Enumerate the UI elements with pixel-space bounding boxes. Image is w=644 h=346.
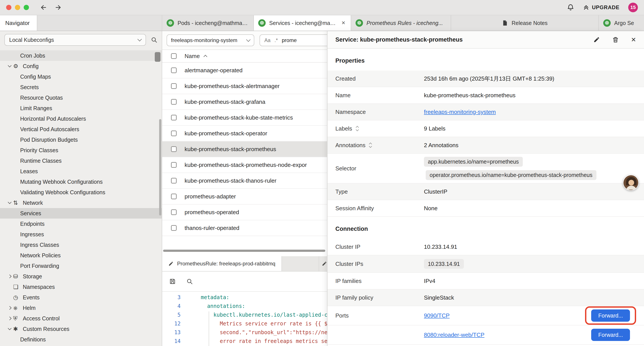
tree-item[interactable]: Endpoints xyxy=(0,219,162,229)
regex-toggle[interactable]: .* xyxy=(274,37,278,43)
match-case-toggle[interactable]: Aa xyxy=(264,37,270,43)
save-icon[interactable] xyxy=(169,278,176,285)
notification-count-badge[interactable]: 15 xyxy=(628,3,638,12)
expand-toggle-icon[interactable] xyxy=(369,143,372,147)
tree-item[interactable]: Validating Webhook Configurations xyxy=(0,187,162,198)
tree-item[interactable]: ⇅ Network xyxy=(0,198,162,208)
service-row[interactable]: prometheus-adapter xyxy=(162,189,327,205)
tree-item[interactable]: Limit Ranges xyxy=(0,103,162,113)
tree-item[interactable]: Pod Disruption Budgets xyxy=(0,134,162,145)
filter-search-input[interactable]: Aa .* prome xyxy=(260,34,327,46)
tree-item[interactable]: ⛨ Access Control xyxy=(0,313,162,324)
zoom-window-button[interactable] xyxy=(24,5,29,10)
search-icon[interactable] xyxy=(151,36,158,43)
navigator-panel-tab[interactable]: Navigator xyxy=(0,15,37,31)
tab-services[interactable]: Services - icecheng@math... xyxy=(254,15,351,31)
port-link[interactable]: 9090/TCP xyxy=(424,312,450,319)
tree-item[interactable]: ✱ Custom Resources xyxy=(0,324,162,334)
tab-argo[interactable]: Argo Se xyxy=(599,15,644,31)
edit-pencil-icon[interactable] xyxy=(593,36,600,43)
yaml-editor[interactable]: 3 metadata: 4 annotations: 5 kubectl.kub… xyxy=(162,292,327,346)
forward-button[interactable]: Forward... xyxy=(591,310,630,322)
tree-item[interactable]: Priority Classes xyxy=(0,145,162,155)
row-checkbox[interactable] xyxy=(171,146,177,152)
kubeconfig-bar: Local Kubeconfigs xyxy=(0,31,162,49)
tree-item[interactable]: Secrets xyxy=(0,82,162,92)
tree-item[interactable]: Config Maps xyxy=(0,71,162,82)
minimize-window-button[interactable] xyxy=(15,5,20,10)
row-checkbox[interactable] xyxy=(171,83,177,89)
row-checkbox[interactable] xyxy=(171,67,177,73)
delete-trash-icon[interactable] xyxy=(612,36,619,43)
editor-tab-bar: PrometheusRule: freeleaps-prod-rabbitmq xyxy=(162,256,327,272)
service-row[interactable]: kube-prometheus-stack-thanos-ruler xyxy=(162,173,327,189)
service-row[interactable]: kube-prometheus-stack-operator xyxy=(162,126,327,141)
service-row[interactable]: kube-prometheus-stack-grafana xyxy=(162,94,327,110)
row-checkbox[interactable] xyxy=(171,99,177,105)
namespace-link[interactable]: freeleaps-monitoring-system xyxy=(424,109,496,115)
tree-item[interactable]: Port Forwarding xyxy=(0,261,162,271)
tab-release-notes[interactable]: Release Notes xyxy=(451,15,599,31)
row-checkbox[interactable] xyxy=(171,162,177,168)
close-drawer-icon[interactable] xyxy=(631,36,636,43)
tree-item[interactable]: Services xyxy=(0,208,162,219)
service-name: kube-prometheus-stack-alertmanager xyxy=(184,83,280,90)
search-icon[interactable] xyxy=(186,278,193,285)
line-number: 5 xyxy=(162,311,188,319)
notifications-bell-icon[interactable] xyxy=(567,4,574,11)
tree-item[interactable]: ❏ Namespaces xyxy=(0,282,162,292)
tree-item[interactable]: Network Policies xyxy=(0,250,162,261)
tree-item[interactable]: Vertical Pod Autoscalers xyxy=(0,124,162,134)
close-tab-icon[interactable] xyxy=(341,19,346,27)
tree-item[interactable]: Cron Jobs xyxy=(0,50,162,61)
port-link[interactable]: 8080:reloader-web/TCP xyxy=(424,332,484,338)
tree-item[interactable]: Horizontal Pod Autoscalers xyxy=(0,113,162,124)
tree-item[interactable]: ⚙ Config xyxy=(0,61,162,71)
row-checkbox[interactable] xyxy=(171,130,177,136)
tree-item[interactable]: ⛁ Storage xyxy=(0,271,162,282)
tree-item[interactable]: ⎈ Helm xyxy=(0,303,162,313)
kubeconfig-select[interactable]: Local Kubeconfigs xyxy=(4,34,146,46)
tree-item[interactable]: Ingress Classes xyxy=(0,240,162,250)
editor-tab-next[interactable] xyxy=(319,256,327,271)
scrollbar-thumb[interactable] xyxy=(159,119,161,216)
forward-button[interactable]: Forward... xyxy=(591,329,630,341)
tree-item[interactable]: Runtime Classes xyxy=(0,155,162,166)
select-all-checkbox[interactable] xyxy=(171,53,177,59)
name-column-header[interactable]: Name xyxy=(184,53,200,59)
tree-item[interactable]: Definitions xyxy=(0,334,162,345)
back-icon[interactable] xyxy=(40,3,47,11)
tree-item[interactable]: Leases xyxy=(0,166,162,177)
service-row[interactable]: kube-prometheus-stack-kube-state-metrics xyxy=(162,110,327,126)
tree-item[interactable]: Ingresses xyxy=(0,229,162,240)
sort-ascending-icon[interactable] xyxy=(204,55,207,59)
property-value: None xyxy=(424,205,438,212)
expand-toggle-icon[interactable] xyxy=(356,126,358,131)
row-checkbox[interactable] xyxy=(171,225,177,231)
service-row[interactable]: kube-prometheus-stack-prometheus xyxy=(162,141,327,157)
close-window-button[interactable] xyxy=(6,5,12,10)
tree-item[interactable]: ◷ Events xyxy=(0,292,162,303)
namespace-select[interactable]: freeleaps-monitoring-system xyxy=(166,34,254,46)
row-checkbox[interactable] xyxy=(171,178,177,184)
service-row[interactable]: thanos-ruler-operated xyxy=(162,220,327,236)
row-checkbox[interactable] xyxy=(171,209,177,215)
property-value: 10.233.14.91 xyxy=(424,244,457,250)
tab-prometheus-rules[interactable]: Prometheus Rules - icecheng... xyxy=(351,15,451,31)
tree-item[interactable]: Resource Quotas xyxy=(0,92,162,103)
tree-item[interactable]: Mutating Webhook Configurations xyxy=(0,177,162,187)
service-row[interactable]: alertmanager-operated xyxy=(162,63,327,78)
upgrade-button[interactable]: UPGRADE xyxy=(583,4,620,10)
forward-icon[interactable] xyxy=(54,3,62,11)
tree-item-icon: ⛨ xyxy=(13,315,23,322)
service-row[interactable]: kube-prometheus-stack-alertmanager xyxy=(162,78,327,94)
row-checkbox[interactable] xyxy=(171,115,177,120)
tab-pods[interactable]: Pods - icecheng@mathmas... xyxy=(162,15,254,31)
user-avatar[interactable] xyxy=(623,175,639,191)
horizontal-scrollbar-thumb[interactable] xyxy=(163,250,325,252)
editor-tab-prometheusrule[interactable]: PrometheusRule: freeleaps-prod-rabbitmq xyxy=(162,256,282,271)
scrollbar-thumb[interactable] xyxy=(155,52,160,62)
service-row[interactable]: kube-prometheus-stack-prometheus-node-ex… xyxy=(162,157,327,173)
service-row[interactable]: prometheus-operated xyxy=(162,205,327,220)
row-checkbox[interactable] xyxy=(171,194,177,199)
